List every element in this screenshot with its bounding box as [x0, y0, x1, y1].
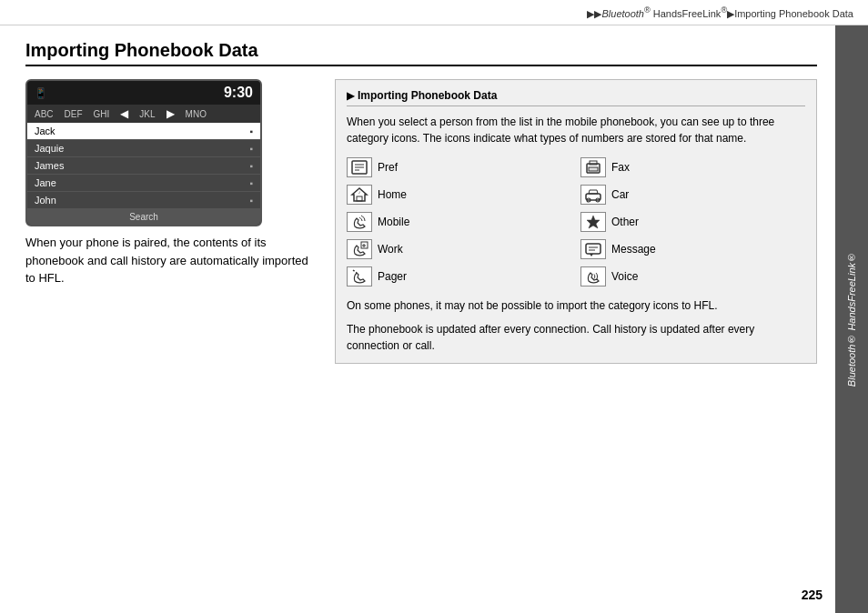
- phone-contact-list: Jack ▪ Jaquie ▪ James ▪ Jane ▪: [27, 123, 260, 209]
- svg-line-22: [353, 270, 357, 273]
- search-label: Search: [129, 212, 158, 222]
- icon-row-pref: Pref: [347, 156, 571, 179]
- info-title-arrow: ▶: [347, 90, 354, 102]
- phone-time: 9:30: [224, 85, 253, 101]
- car-icon: [580, 185, 606, 205]
- contact-item-john: John ▪: [27, 192, 260, 209]
- right-column: ▶ Importing Phonebook Data When you sele…: [335, 79, 817, 364]
- car-label: Car: [611, 188, 629, 201]
- home-label: Home: [378, 188, 407, 201]
- contact-name-jaquie: Jaquie: [35, 143, 64, 154]
- tab-arrow-left: ◀: [116, 106, 132, 121]
- left-column: 📱 9:30 ABC DEF GHI ◀ JKL ▶ MNO Jack ▪: [25, 79, 317, 287]
- phone-top-bar: 📱 9:30: [27, 81, 260, 105]
- tab-abc: ABC: [31, 108, 57, 120]
- pager-icon: [347, 266, 372, 286]
- two-column-layout: 📱 9:30 ABC DEF GHI ◀ JKL ▶ MNO Jack ▪: [25, 79, 817, 364]
- icon-row-mobile: Mobile: [347, 210, 571, 234]
- voice-label: Voice: [611, 270, 638, 283]
- svg-rect-6: [589, 167, 598, 171]
- icon-row-other: Other: [580, 210, 805, 234]
- other-label: Other: [611, 216, 639, 228]
- icon-row-message: Message: [580, 237, 805, 261]
- phone-screen-mockup: 📱 9:30 ABC DEF GHI ◀ JKL ▶ MNO Jack ▪: [25, 79, 262, 226]
- note-text-2: The phonebook is updated after every con…: [347, 321, 805, 354]
- icon-row-work: Work: [347, 237, 571, 261]
- info-box-body: When you select a person from the list i…: [347, 114, 805, 146]
- icon-row-home: ♪ Home: [347, 183, 571, 206]
- contact-item-jack: Jack ▪: [27, 123, 260, 140]
- contact-item-james: James ▪: [27, 157, 260, 175]
- icon-row-car: Car: [580, 183, 805, 206]
- pref-label: Pref: [378, 161, 398, 174]
- icon-row-fax: Fax: [580, 156, 805, 179]
- message-label: Message: [611, 243, 656, 256]
- home-icon: ♪: [347, 185, 372, 205]
- voice-icon: [580, 266, 606, 286]
- contact-name-james: James: [35, 160, 64, 171]
- contact-item-jane: Jane ▪: [27, 175, 260, 192]
- fax-icon: [580, 157, 606, 177]
- page-number: 225: [802, 588, 823, 602]
- phone-search-bar: Search: [27, 209, 260, 225]
- contact-name-jack: Jack: [35, 126, 56, 136]
- svg-rect-18: [586, 244, 601, 254]
- svg-marker-14: [587, 216, 600, 228]
- note-text-1: On some phones, it may not be possible t…: [347, 297, 805, 314]
- mobile-label: Mobile: [378, 216, 409, 228]
- work-icon: [347, 239, 372, 259]
- category-icons-grid: Pref Fax: [347, 156, 805, 288]
- main-content: Importing Phonebook Data 📱 9:30 ABC DEF …: [0, 25, 835, 613]
- breadcrumb: ▶▶Bluetooth® HandsFreeLink®▶Importing Ph…: [587, 5, 853, 20]
- contact-icon-jane: ▪: [249, 178, 253, 188]
- tab-ghi: GHI: [90, 108, 114, 120]
- contact-name-john: John: [35, 195, 56, 206]
- contact-icon-jaquie: ▪: [249, 144, 253, 154]
- icon-row-pager: Pager: [347, 265, 571, 288]
- tab-def: DEF: [61, 108, 86, 120]
- info-box-title: ▶ Importing Phonebook Data: [347, 89, 805, 106]
- pager-label: Pager: [378, 270, 407, 283]
- description-text: When your phone is paired, the contents …: [25, 234, 317, 287]
- svg-rect-10: [586, 194, 601, 200]
- svg-marker-21: [590, 254, 593, 256]
- phone-tabs: ABC DEF GHI ◀ JKL ▶ MNO: [27, 105, 260, 123]
- pref-icon: [347, 157, 372, 177]
- side-tab-label: Bluetooth® HandsFreeLink®: [846, 252, 857, 387]
- contact-icon-james: ▪: [249, 161, 253, 171]
- tab-jkl: JKL: [136, 108, 158, 120]
- side-tab: Bluetooth® HandsFreeLink®: [835, 25, 868, 613]
- phone-icon: 📱: [35, 87, 47, 99]
- tab-arrow-right: ▶: [163, 106, 178, 121]
- work-label: Work: [378, 243, 403, 256]
- fax-label: Fax: [611, 161, 630, 174]
- contact-item-jaquie: Jaquie ▪: [27, 140, 260, 157]
- message-icon: [580, 239, 606, 259]
- contact-name-jane: Jane: [35, 177, 56, 188]
- contact-icon-john: ▪: [249, 196, 253, 206]
- mobile-icon: [347, 212, 372, 232]
- info-title-text: Importing Phonebook Data: [358, 89, 497, 102]
- contact-icon-jack: ▪: [249, 126, 253, 136]
- info-box: ▶ Importing Phonebook Data When you sele…: [335, 79, 817, 364]
- icon-row-voice: Voice: [580, 265, 805, 288]
- other-icon: [580, 212, 606, 232]
- breadcrumb-bar: ▶▶Bluetooth® HandsFreeLink®▶Importing Ph…: [0, 0, 868, 25]
- page-title: Importing Phonebook Data: [25, 40, 817, 66]
- tab-mno: MNO: [182, 108, 210, 120]
